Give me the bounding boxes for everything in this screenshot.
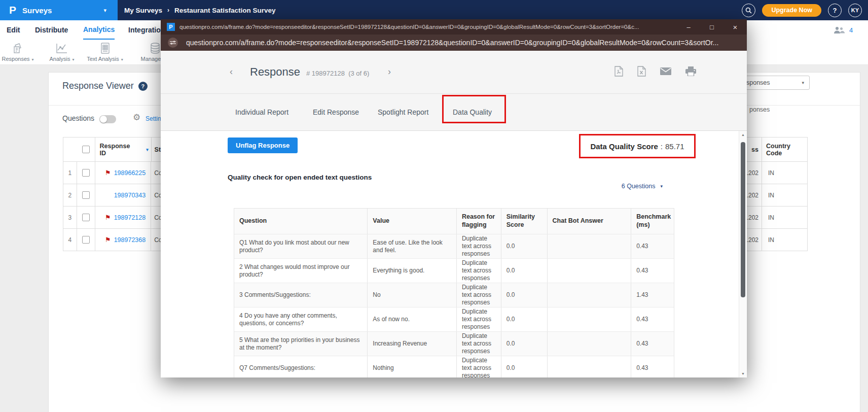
row-checkbox[interactable] bbox=[82, 169, 90, 177]
table-row: Q1 What do you link most about our new p… bbox=[234, 234, 674, 258]
tab-distribute[interactable]: Distribute bbox=[35, 20, 68, 40]
response-editor-popup: P questionpro.com/a/frame.do?mode=respon… bbox=[161, 19, 747, 377]
value-cell: Increasing Revenue bbox=[368, 332, 457, 356]
toolbar-analysis-label: Analysis bbox=[50, 56, 70, 62]
similarity-cell: 0.0 bbox=[501, 356, 548, 377]
question-cell: Q1 What do you link most about our new p… bbox=[234, 234, 368, 258]
response-id-link[interactable]: 198972128 bbox=[114, 214, 146, 221]
tab-individual-report[interactable]: Individual Report bbox=[235, 94, 288, 130]
export-excel-icon[interactable] bbox=[637, 66, 646, 77]
reason-cell: Duplicate text across responses bbox=[457, 332, 501, 356]
country-code-header: Country Code bbox=[762, 138, 807, 161]
breadcrumb-survey-name: Restaurant Satisfaction Survey bbox=[174, 7, 276, 14]
response-id-header[interactable]: Response ID bbox=[100, 143, 130, 157]
question-cell: 2 What changes would most improve our pr… bbox=[234, 259, 368, 283]
reason-cell: Duplicate text across responses bbox=[457, 283, 501, 307]
window-titlebar[interactable]: P questionpro.com/a/frame.do?mode=respon… bbox=[161, 19, 747, 35]
annotation-box-score: Data Quality Score : 85.71 bbox=[579, 134, 696, 158]
chevron-down-icon: ▾ bbox=[802, 80, 804, 85]
similarity-cell: 0.0 bbox=[501, 259, 548, 283]
unflag-response-button[interactable]: Unflag Response bbox=[228, 138, 298, 153]
value-cell: Ease of use. Like the look and feel. bbox=[368, 234, 457, 258]
sort-caret-icon[interactable]: ▾ bbox=[146, 147, 149, 152]
toolbar-analysis[interactable]: Analysis▾ bbox=[39, 42, 85, 62]
email-icon[interactable] bbox=[660, 67, 671, 75]
page-title: Response Viewer bbox=[62, 81, 134, 91]
breadcrumb-my-surveys[interactable]: My Surveys bbox=[124, 7, 162, 14]
col-similarity: Similarity Score bbox=[501, 209, 548, 234]
analysis-chart-icon bbox=[55, 42, 68, 54]
search-button[interactable] bbox=[742, 4, 755, 17]
col-chatbot: Chat Bot Answer bbox=[548, 209, 632, 234]
toolbar-responses[interactable]: Responses▾ bbox=[0, 42, 41, 62]
country-code-cell: IN bbox=[762, 184, 807, 206]
scroll-down-icon[interactable]: ▼ bbox=[739, 372, 747, 375]
question-cell: Q7 Comments/Suggestions: bbox=[234, 356, 368, 377]
similarity-cell: 0.0 bbox=[501, 234, 548, 258]
minimize-button[interactable]: – bbox=[677, 19, 700, 35]
app-window: P Surveys ▾ My Surveys › Restaurant Sati… bbox=[0, 0, 868, 412]
col-value: Value bbox=[368, 209, 457, 234]
question-cell: 3 Comments/Suggestions: bbox=[234, 283, 368, 307]
help-button[interactable]: ? bbox=[828, 4, 842, 17]
flag-icon: ⚑ bbox=[105, 169, 111, 177]
row-checkbox[interactable] bbox=[82, 214, 90, 221]
response-position: (3 of 6) bbox=[348, 70, 369, 77]
questions-filter-dropdown[interactable]: 6 Questions ▾ bbox=[622, 183, 663, 190]
table-row: 3.202 IN bbox=[743, 184, 808, 207]
close-button[interactable]: × bbox=[724, 19, 747, 35]
collaborators[interactable]: 4 bbox=[833, 20, 853, 40]
tab-edit-response[interactable]: Edit Response bbox=[313, 94, 359, 130]
previous-response-button[interactable]: ‹ bbox=[230, 66, 233, 77]
questions-toggle[interactable] bbox=[99, 115, 116, 123]
toolbar-text-analysis[interactable]: Text Analysis▾ bbox=[82, 42, 128, 62]
row-checkbox[interactable] bbox=[82, 191, 90, 199]
product-switcher[interactable]: P Surveys ▾ bbox=[0, 0, 118, 20]
tab-integration[interactable]: Integration bbox=[128, 20, 165, 40]
chatbot-cell bbox=[548, 283, 632, 307]
col-reason: Reason for flagging bbox=[457, 209, 501, 234]
quality-check-table: Question Value Reason for flagging Simil… bbox=[234, 208, 674, 377]
response-id-link[interactable]: 198970343 bbox=[114, 192, 146, 199]
response-header: ‹ Response # 198972128 (3 of 6) › bbox=[161, 51, 747, 93]
score-value: 85.71 bbox=[665, 142, 684, 151]
scrollbar-thumb[interactable] bbox=[741, 142, 745, 297]
data-quality-panel: Unflag Response Data Quality Score : 85.… bbox=[161, 131, 747, 377]
breadcrumb: My Surveys › Restaurant Satisfaction Sur… bbox=[124, 0, 276, 20]
flag-icon: ⚑ bbox=[105, 214, 111, 221]
tab-edit[interactable]: Edit bbox=[7, 20, 20, 40]
print-icon[interactable] bbox=[685, 66, 696, 76]
select-all-checkbox[interactable] bbox=[82, 146, 90, 153]
export-pdf-icon[interactable] bbox=[614, 66, 623, 77]
tab-analytics[interactable]: Analytics bbox=[83, 20, 115, 40]
chevron-down-icon: ▾ bbox=[72, 57, 74, 62]
responses-count-fragment: ponses bbox=[749, 106, 770, 113]
search-icon bbox=[745, 7, 752, 14]
gear-icon[interactable]: ⚙ bbox=[133, 112, 140, 123]
tab-spotlight-report[interactable]: Spotlight Report bbox=[378, 94, 428, 130]
value-cell: As of now no. bbox=[368, 307, 457, 331]
reason-cell: Duplicate text across responses bbox=[457, 307, 501, 331]
country-code-cell: IN bbox=[762, 229, 807, 251]
response-id-link[interactable]: 198972368 bbox=[114, 236, 146, 244]
report-tabs: Individual Report Edit Response Spotligh… bbox=[161, 93, 747, 131]
similarity-cell: 0.0 bbox=[501, 283, 548, 307]
value-cell: Nothing bbox=[368, 356, 457, 377]
next-response-button[interactable]: › bbox=[388, 66, 391, 77]
maximize-button[interactable]: □ bbox=[700, 19, 724, 35]
similarity-cell: 0.0 bbox=[501, 332, 548, 356]
help-icon[interactable]: ? bbox=[138, 82, 148, 91]
row-checkbox[interactable] bbox=[82, 236, 90, 244]
scrollbar[interactable]: ▲ ▼ bbox=[739, 131, 746, 377]
tab-data-quality[interactable]: Data Quality bbox=[453, 94, 492, 130]
table-row: 2 What changes would most improve our pr… bbox=[234, 258, 674, 283]
response-id-link[interactable]: 198966225 bbox=[114, 169, 146, 177]
address-bar[interactable]: questionpro.com/a/frame.do?mode=response… bbox=[161, 35, 747, 51]
upgrade-now-button[interactable]: Upgrade Now bbox=[762, 4, 821, 17]
avatar[interactable]: KY bbox=[848, 4, 862, 17]
scroll-up-icon[interactable]: ▲ bbox=[739, 133, 747, 136]
collaborator-count: 4 bbox=[849, 26, 853, 34]
breadcrumb-separator-icon: › bbox=[167, 7, 169, 14]
col-benchmark: Benchmark (ms) bbox=[631, 209, 674, 234]
row-number: 3 bbox=[63, 207, 77, 228]
